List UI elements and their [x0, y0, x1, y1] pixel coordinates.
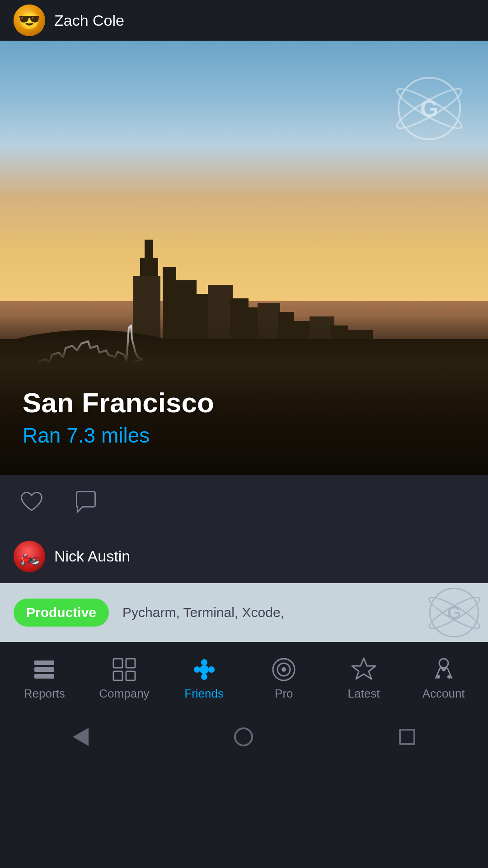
svg-rect-21: [113, 659, 122, 668]
preview-card[interactable]: Productive Pycharm, Terminal, Xcode, G: [0, 583, 488, 642]
android-nav-bar: [0, 719, 488, 755]
activity-info: San Francisco Ran 7.3 miles: [23, 387, 214, 448]
next-user-avatar: [14, 541, 45, 572]
productive-badge: Productive: [14, 599, 109, 627]
post-image: G San Francisco Ran 7.3 miles: [0, 41, 488, 475]
nav-item-reports[interactable]: Reports: [13, 656, 76, 701]
header-username: Zach Cole: [54, 12, 124, 29]
svg-point-27: [201, 674, 207, 680]
reports-icon: [31, 656, 58, 683]
preview-g-watermark: G: [429, 588, 479, 637]
like-button[interactable]: [18, 488, 45, 515]
account-icon: [430, 656, 457, 683]
pro-label: Pro: [275, 687, 293, 701]
svg-point-26: [201, 659, 207, 665]
svg-rect-18: [34, 660, 54, 665]
activity-city: San Francisco: [23, 387, 214, 419]
next-user-name: Nick Austin: [54, 547, 130, 565]
avatar-image: [14, 5, 45, 36]
activity-distance: Ran 7.3 miles: [23, 423, 214, 448]
android-back-button[interactable]: [73, 728, 89, 746]
g-watermark: G: [398, 77, 461, 140]
nav-item-pro[interactable]: Pro: [252, 656, 315, 701]
preview-text: Pycharm, Terminal, Xcode,: [122, 605, 474, 620]
user-avatar[interactable]: [14, 5, 45, 36]
pro-icon: [270, 656, 297, 683]
comment-button[interactable]: [72, 488, 99, 515]
latest-icon: [350, 656, 377, 683]
android-home-button[interactable]: [234, 727, 253, 746]
header: Zach Cole: [0, 0, 488, 41]
friends-label: Friends: [184, 687, 224, 701]
company-icon: [111, 656, 138, 683]
nav-item-latest[interactable]: Latest: [332, 656, 395, 701]
android-recent-button[interactable]: [399, 729, 415, 745]
svg-rect-22: [126, 659, 135, 668]
nav-item-account[interactable]: Account: [412, 656, 475, 701]
svg-point-29: [208, 666, 215, 673]
svg-rect-23: [113, 671, 122, 680]
reports-label: Reports: [24, 687, 65, 701]
nav-item-company[interactable]: Company: [93, 656, 156, 701]
social-bar: [0, 475, 488, 529]
next-user-row[interactable]: Nick Austin: [0, 529, 488, 583]
nav-item-friends[interactable]: Friends: [173, 656, 236, 701]
svg-rect-20: [34, 674, 54, 679]
company-label: Company: [99, 687, 149, 701]
svg-marker-33: [352, 658, 375, 679]
friends-icon: [191, 656, 218, 683]
svg-rect-24: [126, 671, 135, 680]
bottom-nav: Reports Company Friends: [0, 642, 488, 719]
svg-point-25: [200, 665, 209, 674]
account-label: Account: [422, 687, 465, 701]
svg-point-28: [194, 666, 200, 673]
svg-point-32: [282, 667, 286, 672]
svg-rect-19: [34, 667, 54, 672]
latest-label: Latest: [348, 687, 380, 701]
next-avatar-image: [14, 541, 45, 572]
svg-point-34: [439, 659, 448, 668]
